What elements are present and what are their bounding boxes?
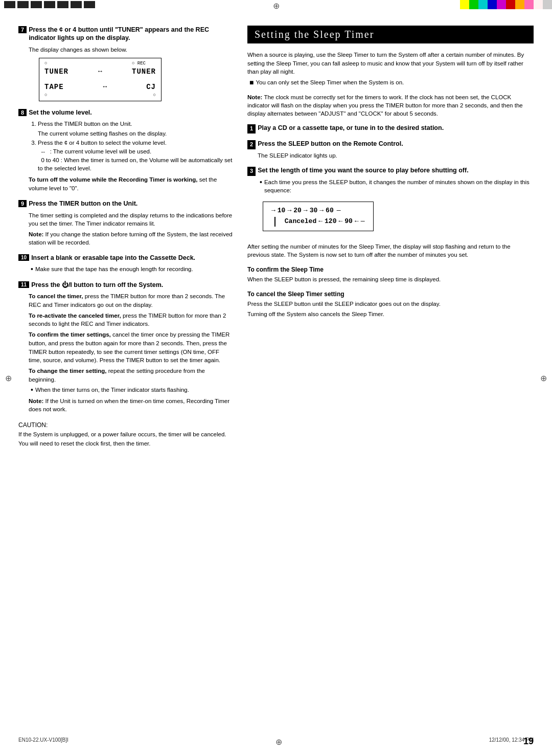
step10-number: 10 xyxy=(18,254,29,261)
display-cd: CJ xyxy=(146,82,156,92)
caution-text: If the System is unplugged, or a power f… xyxy=(18,431,226,447)
right-step2-content: The SLEEP indicator lights up. xyxy=(258,151,534,160)
arrow-right-intro: → xyxy=(271,206,275,216)
right-step3-bullet-text: Each time you press the SLEEP button, it… xyxy=(264,178,534,195)
step8-bold-label: To turn off the volume while the Recordi… xyxy=(29,176,198,183)
arrow3: → xyxy=(319,206,324,216)
right-step1-heading: 1 Play a CD or a cassette tape, or tune … xyxy=(247,124,534,134)
reg-block-5 xyxy=(57,1,68,8)
step11-para2: To re-activate the canceled timer, press… xyxy=(29,312,233,328)
reg-block-7 xyxy=(84,1,95,8)
dot-bottom-right: ○ xyxy=(153,92,156,99)
color-orange xyxy=(515,0,524,9)
cancel-text: Press the SLEEP button until the SLEEP i… xyxy=(247,300,534,308)
right-note-label: Note: xyxy=(247,94,262,100)
step11-block: 11 Press the ⏻/I button to turn off the … xyxy=(18,281,233,413)
arrow-back2: ← xyxy=(338,217,342,227)
step10-bullet-sym: • xyxy=(31,265,33,274)
step7-heading: 7 Press the ¢ or 4 button until "TUNER" … xyxy=(18,26,233,42)
val-canceled: Canceled xyxy=(285,217,316,227)
val-120: 120 xyxy=(325,217,336,227)
right-after-step3: After setting the number of minutes for … xyxy=(247,242,534,259)
right-step2-heading: 2 Press the SLEEP button on the Remote C… xyxy=(247,140,534,149)
confirm-text: When the SLEEP button is pressed, the re… xyxy=(247,275,534,284)
bottom-center-crosshair: ⊕ xyxy=(275,737,282,747)
top-color-bar xyxy=(460,0,552,9)
page-title: Setting the Sleep Timer xyxy=(247,26,534,43)
step10-bullet: • Make sure that the tape has the enough… xyxy=(29,265,233,274)
step8-item2: The current volume setting flashes on th… xyxy=(30,129,233,138)
step11-bullet-text: When the timer turns on, the Timer indic… xyxy=(35,386,189,394)
step11-bullet: • When the timer turns on, the Timer ind… xyxy=(29,386,233,394)
right-step2-title: Press the SLEEP button on the Remote Con… xyxy=(258,140,403,148)
step9-note-label: Note: xyxy=(29,231,43,237)
step8-item3: Press the ¢ or 4 button to select the vo… xyxy=(38,139,233,173)
right-step2: 2 Press the SLEEP button on the Remote C… xyxy=(247,140,534,160)
display-arrow2: ↔ xyxy=(103,82,107,92)
step7-number: 7 xyxy=(18,26,27,33)
arrow1: → xyxy=(287,206,291,216)
display-arrow1: ↔ xyxy=(98,67,102,77)
display-tape: TAPE xyxy=(44,82,64,92)
val-90: 90 xyxy=(344,217,353,227)
display-diagram: ○ ○ REC TUNER ↔ TUNER ○ ○ TAPE ↔ CJ xyxy=(39,58,162,101)
display-row2: TAPE ↔ CJ xyxy=(44,80,156,97)
arrow-back-end: ← xyxy=(355,217,359,227)
right-note-para: Note: The clock must be correctly set fo… xyxy=(247,93,534,118)
step11-para4: To change the timer setting, repeat the … xyxy=(29,367,233,384)
intro-bullet-sym: ■ xyxy=(249,78,254,87)
row2-border xyxy=(274,217,281,227)
step10-title: Insert a blank or erasable tape into the… xyxy=(31,254,195,262)
step7-block: 7 Press the ¢ or 4 button until "TUNER" … xyxy=(18,26,233,101)
step11-para4-label: To change the timer setting, xyxy=(29,368,107,374)
left-crosshair: ⊕ xyxy=(5,373,12,383)
line-end: — xyxy=(361,217,365,227)
right-step3: 3 Set the length of time you want the so… xyxy=(247,166,534,236)
arrow4-right: — xyxy=(337,206,341,216)
right-step1: 1 Play a CD or a cassette tape, or tune … xyxy=(247,124,534,134)
step10-heading: 10 Insert a blank or erasable tape into … xyxy=(18,254,233,262)
step11-para3: To confirm the timer settings, cancel th… xyxy=(29,330,233,365)
step11-note-label: Note: xyxy=(29,398,43,404)
left-column: 7 Press the ¢ or 4 button until "TUNER" … xyxy=(18,26,233,449)
right-step3-number: 3 xyxy=(247,167,256,176)
color-lightpink xyxy=(534,0,543,9)
color-red xyxy=(506,0,515,9)
step11-heading: 11 Press the ⏻/I button to turn off the … xyxy=(18,281,233,289)
right-step3-title: Set the length of time you want the sour… xyxy=(258,166,469,174)
step8-item1: Press the TIMER button on the Unit. xyxy=(38,120,233,128)
top-reg-bar xyxy=(0,0,204,9)
step11-content: To cancel the timer, press the TIMER but… xyxy=(29,292,233,413)
step8-list: Press the TIMER button on the Unit. The … xyxy=(29,120,233,173)
step9-number: 9 xyxy=(18,200,27,207)
right-column: Setting the Sleep Timer When a source is… xyxy=(247,26,534,449)
color-yellow xyxy=(460,0,469,9)
step11-para2-label: To re-activate the canceled timer, xyxy=(29,313,121,319)
bottom-bar: EN10-22.UX-V100[B]I ⊕ 12/12/00, 12:34 PM xyxy=(0,737,552,747)
bottom-left-text: EN10-22.UX-V100[B]I xyxy=(18,737,68,747)
step11-title: Press the ⏻/I button to turn off the Sys… xyxy=(31,281,163,289)
step11-para1-label: To cancel the timer, xyxy=(29,293,83,299)
page-wrapper: 7 Press the ¢ or 4 button until "TUNER" … xyxy=(0,9,552,467)
arrow-back1: ← xyxy=(318,217,323,227)
after-step3-para: After setting the number of minutes for … xyxy=(247,242,534,259)
cancel-heading: To cancel the Sleep Timer setting xyxy=(247,290,534,299)
step9-content: The timer setting is completed and the d… xyxy=(29,211,233,247)
reg-block-1 xyxy=(4,1,15,8)
step9-para: The timer setting is completed and the d… xyxy=(29,211,233,228)
right-step3-content: • Each time you press the SLEEP button, … xyxy=(258,178,534,236)
right-step3-bullet-sym: • xyxy=(260,178,262,195)
right-cancel: To cancel the Sleep Timer setting Press … xyxy=(247,290,534,319)
step7-title: Press the ¢ or 4 button until "TUNER" ap… xyxy=(29,26,233,42)
dot-bottom-left: ○ xyxy=(44,92,47,99)
sleep-diagram: → 10 → 20 → 30 → 60 — Canceled ← xyxy=(263,202,374,231)
caution-box: CAUTION: If the System is unplugged, or … xyxy=(18,420,233,448)
val-20: 20 xyxy=(293,206,302,216)
step8-heading: 8 Set the volume level. xyxy=(18,108,233,117)
page-number: 19 xyxy=(523,736,534,747)
display-tuner-left: TUNER xyxy=(44,66,68,77)
step11-note-text: If the Unit is turned on when the timer-… xyxy=(29,398,229,412)
val-60: 60 xyxy=(326,206,334,216)
sleep-row2: Canceled ← 120 ← 90 ← — xyxy=(271,217,365,227)
top-center-crosshair: ⊕ xyxy=(273,1,280,11)
